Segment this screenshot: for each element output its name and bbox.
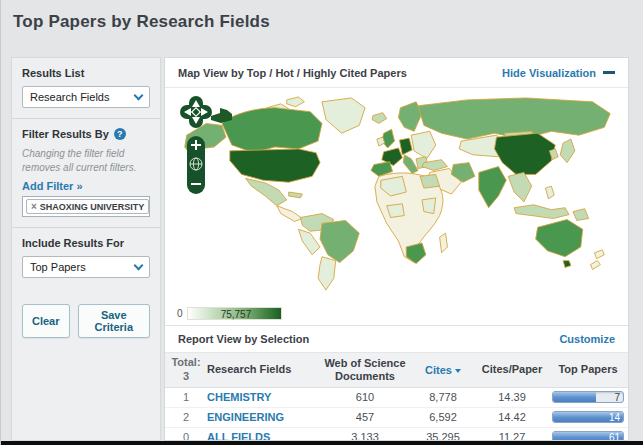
row-rank: 2: [165, 411, 207, 423]
row-cites: 35,295: [411, 431, 475, 441]
country-madagascar[interactable]: [440, 233, 448, 253]
filter-input[interactable]: × SHAOXING UNIVERSITY: [22, 196, 150, 217]
country-central-america[interactable]: [277, 206, 302, 222]
row-documents: 610: [319, 391, 411, 403]
filter-tag-label: SHAOXING UNIVERSITY: [40, 202, 145, 212]
include-results-label: Include Results For: [22, 237, 150, 249]
col-top-papers[interactable]: Top Papers: [549, 363, 627, 376]
map-controls[interactable]: [179, 96, 213, 198]
map-header: Map View by Top / Hot / Highly Cited Pap…: [165, 58, 628, 88]
sidebar: Results List Research Fields Filter Resu…: [11, 57, 161, 441]
clear-button[interactable]: Clear: [22, 304, 70, 338]
country-brazil[interactable]: [320, 220, 359, 262]
results-list-value: Research Fields: [30, 91, 109, 103]
customize-link[interactable]: Customize: [559, 333, 615, 345]
country-australia[interactable]: [536, 219, 583, 256]
row-documents: 3,133: [319, 431, 411, 441]
results-table: Total: 3 Research Fields Web of Science …: [165, 352, 628, 441]
country-ireland[interactable]: [377, 137, 385, 146]
country-canada[interactable]: [222, 108, 322, 153]
country-arctic-islands[interactable]: [287, 97, 305, 107]
table-row: 1 CHEMISTRY 610 8,778 14.39 7: [165, 388, 628, 408]
col-cites-per-paper[interactable]: Cites/Paper: [475, 363, 549, 376]
top-papers-value: 7: [614, 392, 620, 403]
country-south-africa[interactable]: [406, 243, 426, 264]
map-view-title: Map View by Top / Hot / Highly Cited Pap…: [178, 67, 407, 79]
world-map[interactable]: [173, 90, 619, 298]
field-link-all-fields[interactable]: ALL FIELDS: [207, 431, 270, 441]
col-research-fields[interactable]: Research Fields: [207, 363, 319, 376]
sort-desc-icon: [455, 369, 461, 373]
country-china[interactable]: [495, 133, 556, 174]
country-tasmania[interactable]: [563, 261, 571, 268]
country-se-asia[interactable]: [508, 172, 532, 201]
chevron-down-icon: [134, 260, 144, 270]
country-east-africa[interactable]: [422, 198, 436, 214]
row-cites: 6,592: [411, 411, 475, 423]
include-results-select[interactable]: Top Papers: [22, 256, 150, 278]
row-rank: 1: [165, 391, 207, 403]
country-egypt[interactable]: [420, 174, 440, 188]
col-wos-documents[interactable]: Web of Science Documents: [319, 357, 411, 383]
country-indonesia[interactable]: [514, 205, 569, 219]
country-greenland[interactable]: [322, 98, 365, 133]
row-cites: 8,778: [411, 391, 475, 403]
total-label: Total:: [165, 356, 207, 370]
country-png[interactable]: [573, 209, 589, 221]
top-papers-bar: 14: [552, 411, 624, 423]
save-criteria-button[interactable]: Save Criteria: [78, 304, 150, 338]
zoom-control[interactable]: [187, 136, 205, 194]
minus-icon: [603, 71, 615, 74]
col-cites[interactable]: Cites: [411, 364, 475, 376]
include-results-value: Top Papers: [30, 261, 86, 273]
main-panel: Map View by Top / Hot / Highly Cited Pap…: [164, 57, 629, 441]
country-iceland[interactable]: [372, 113, 387, 124]
country-mexico[interactable]: [246, 178, 287, 205]
report-bar: Report View by Selection Customize: [165, 325, 628, 352]
add-filter-link[interactable]: Add Filter »: [22, 180, 150, 192]
country-argentina[interactable]: [318, 257, 336, 290]
map-legend: 0 75,757: [177, 307, 282, 320]
help-icon[interactable]: ?: [114, 128, 126, 140]
results-list-select[interactable]: Research Fields: [22, 86, 150, 108]
field-link-engineering[interactable]: ENGINEERING: [207, 411, 284, 423]
country-india[interactable]: [479, 167, 506, 208]
country-japan[interactable]: [560, 139, 575, 163]
row-cites-per-paper: 11.27: [475, 431, 549, 441]
legend-min: 0: [177, 308, 183, 319]
legend-gradient: 75,757: [187, 307, 282, 320]
hide-visualization-label: Hide Visualization: [502, 67, 596, 79]
country-italy[interactable]: [403, 155, 418, 174]
pan-control[interactable]: [180, 96, 212, 128]
results-list-section: Results List Research Fields: [22, 58, 150, 118]
report-view-title: Report View by Selection: [178, 333, 309, 345]
app-window: Top Papers by Research Fields Results Li…: [0, 0, 643, 445]
row-cites-per-paper: 14.39: [475, 391, 549, 403]
table-row: 2 ENGINEERING 457 6,592 14.42 14: [165, 408, 628, 428]
window-bottom-edge: [1, 441, 643, 445]
filter-tag: × SHAOXING UNIVERSITY: [26, 199, 149, 214]
country-philippines[interactable]: [545, 186, 554, 199]
country-new-zealand[interactable]: [594, 250, 604, 259]
top-papers-bar: 7: [552, 391, 624, 403]
top-papers-bar: 61: [552, 431, 624, 441]
legend-max: 75,757: [221, 308, 252, 321]
country-usa[interactable]: [230, 149, 320, 182]
sidebar-buttons: Clear Save Criteria: [22, 288, 150, 338]
chevron-down-icon: [134, 90, 144, 100]
filter-section: Filter Results By ? Changing the filter …: [22, 119, 150, 227]
country-new-zealand[interactable]: [591, 261, 601, 270]
country-peru[interactable]: [298, 229, 320, 254]
country-germany[interactable]: [399, 138, 412, 155]
include-results-section: Include Results For Top Papers: [22, 228, 150, 288]
field-link-chemistry[interactable]: CHEMISTRY: [207, 391, 271, 403]
country-eastern-europe[interactable]: [411, 131, 436, 158]
country-cuba[interactable]: [289, 192, 303, 198]
row-documents: 457: [319, 411, 411, 423]
filter-by-label: Filter Results By: [22, 128, 109, 140]
top-papers-value: 61: [609, 432, 620, 441]
cursor-hand-icon: [211, 108, 233, 124]
map-area: 0 75,757: [165, 88, 628, 325]
remove-filter-icon[interactable]: ×: [31, 201, 37, 212]
hide-visualization-link[interactable]: Hide Visualization: [502, 67, 615, 79]
